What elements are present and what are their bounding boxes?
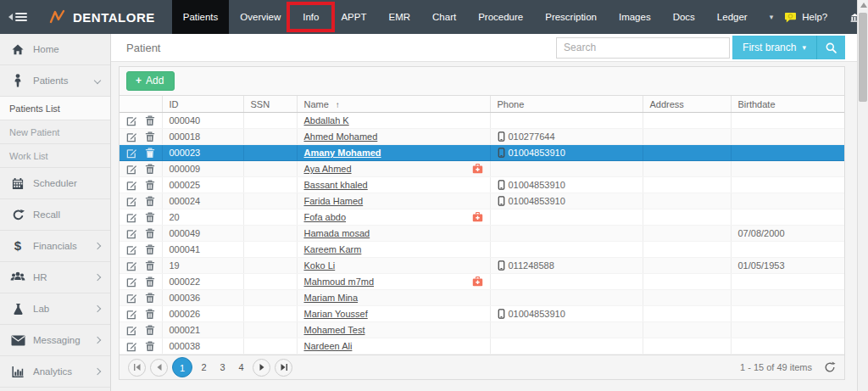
table-row[interactable]: 000022Mahmoud m7md xyxy=(120,274,844,290)
scrollbar-thumb[interactable] xyxy=(859,13,867,102)
edit-icon[interactable] xyxy=(126,131,137,142)
page-number-3[interactable]: 3 xyxy=(215,362,230,372)
nav-tab-prescription[interactable]: Prescription xyxy=(534,0,608,34)
edit-icon[interactable] xyxy=(126,293,137,304)
column-header-address[interactable]: Address xyxy=(643,96,731,113)
sidebar-item-patients[interactable]: Patients xyxy=(0,65,110,97)
first-page-button[interactable] xyxy=(128,359,146,377)
trash-icon[interactable] xyxy=(145,148,155,159)
edit-icon[interactable] xyxy=(126,244,137,255)
patient-name-link[interactable]: Ahmed Mohamed xyxy=(304,131,378,142)
sidebar-collapse-button[interactable] xyxy=(0,0,37,34)
sidebar-item-financials[interactable]: $Financials xyxy=(0,231,110,262)
nav-tab-overview[interactable]: Overview xyxy=(229,0,292,34)
edit-icon[interactable] xyxy=(126,341,137,352)
table-row[interactable]: 000040Abdallah K xyxy=(120,113,844,129)
nav-tab-procedure[interactable]: Procedure xyxy=(467,0,534,34)
edit-icon[interactable] xyxy=(126,325,137,336)
edit-icon[interactable] xyxy=(126,148,137,159)
page-number-4[interactable]: 4 xyxy=(234,362,248,372)
trash-icon[interactable] xyxy=(145,293,155,304)
trash-icon[interactable] xyxy=(145,164,155,175)
nav-tab-emr[interactable]: EMR xyxy=(377,0,421,34)
nav-tab-images[interactable]: Images xyxy=(608,0,662,34)
edit-icon[interactable] xyxy=(126,196,137,207)
trash-icon[interactable] xyxy=(145,131,155,142)
trash-icon[interactable] xyxy=(145,228,155,239)
trash-icon[interactable] xyxy=(145,212,155,223)
search-button[interactable] xyxy=(816,36,845,59)
sidebar-item-recall[interactable]: Recall xyxy=(0,199,110,231)
table-row[interactable]: 000026Marian Youssef01004853910 xyxy=(120,306,844,322)
table-row[interactable]: 000049Hamada mosad07/08/2000 xyxy=(120,226,844,242)
trash-icon[interactable] xyxy=(145,180,155,191)
page-number-1[interactable]: 1 xyxy=(172,357,192,377)
table-row[interactable]: 000025Bassant khaled01004853910 xyxy=(120,177,844,193)
edit-icon[interactable] xyxy=(126,309,137,320)
help-button[interactable]: Help? xyxy=(784,12,827,23)
edit-icon[interactable] xyxy=(126,180,137,191)
table-row[interactable]: 000021Mohamed Test xyxy=(120,322,844,338)
refresh-button[interactable] xyxy=(824,361,836,373)
trash-icon[interactable] xyxy=(145,276,155,288)
table-row[interactable]: 000018Ahmed Mohamed010277644 xyxy=(120,129,844,145)
edit-icon[interactable] xyxy=(126,228,137,239)
nav-tab-patients[interactable]: Patients xyxy=(172,0,230,34)
column-header-phone[interactable]: Phone xyxy=(490,96,643,113)
trash-icon[interactable] xyxy=(145,244,155,255)
prev-page-button[interactable] xyxy=(150,359,168,377)
table-row[interactable]: 000041Kareem Karm xyxy=(120,242,844,258)
patient-name-link[interactable]: Amany Mohamed xyxy=(304,148,381,158)
next-page-button[interactable] xyxy=(253,359,270,377)
edit-icon[interactable] xyxy=(126,276,137,288)
patient-name-link[interactable]: Kareem Karm xyxy=(304,244,362,254)
column-header-ssn[interactable]: SSN xyxy=(243,96,297,113)
trash-icon[interactable] xyxy=(145,196,155,207)
scroll-up-icon[interactable] xyxy=(860,3,867,8)
column-header-birthdate[interactable]: Birthdate xyxy=(731,96,844,113)
table-row[interactable]: 20Fofa abdo xyxy=(120,209,844,226)
nav-tab-info[interactable]: Info xyxy=(292,0,330,34)
patient-name-link[interactable]: Mahmoud m7md xyxy=(304,276,375,287)
branch-filter-button[interactable]: First branch ▾ xyxy=(732,36,816,59)
table-row[interactable]: 000036Mariam Mina xyxy=(120,290,844,306)
table-row[interactable]: 000024Farida Hamed01004853910 xyxy=(120,193,844,209)
nav-tab-appt[interactable]: APPT xyxy=(330,0,377,34)
page-number-2[interactable]: 2 xyxy=(197,362,211,372)
patient-name-link[interactable]: Bassant khaled xyxy=(304,180,368,190)
sidebar-item-patients-list[interactable]: Patients List xyxy=(0,97,110,120)
patient-name-link[interactable]: Abdallah K xyxy=(304,115,349,126)
patient-name-link[interactable]: Mariam Mina xyxy=(304,293,359,303)
edit-icon[interactable] xyxy=(126,164,137,175)
table-row[interactable]: 000023Amany Mohamed01004853910 xyxy=(120,145,844,161)
search-input[interactable] xyxy=(556,37,730,59)
last-page-button[interactable] xyxy=(275,359,292,377)
column-header-id[interactable]: ID xyxy=(162,96,243,113)
edit-icon[interactable] xyxy=(126,212,137,223)
table-row[interactable]: 000038Nardeen Ali xyxy=(120,338,844,355)
patient-name-link[interactable]: Farida Hamed xyxy=(304,196,364,206)
nav-tab-ledger[interactable]: Ledger xyxy=(706,0,759,34)
patient-name-link[interactable]: Aya Ahmed xyxy=(304,164,352,174)
table-row[interactable]: 000009Aya Ahmed xyxy=(120,161,844,177)
trash-icon[interactable] xyxy=(145,341,155,352)
page-scrollbar[interactable] xyxy=(857,0,868,391)
nav-tab-chart[interactable]: Chart xyxy=(421,0,467,34)
column-header-name[interactable]: Name↑ xyxy=(297,96,490,113)
table-row[interactable]: 19Koko Li01124858801/05/1953 xyxy=(120,258,844,274)
sidebar-item-work-list[interactable]: Work List xyxy=(0,144,110,168)
patient-name-link[interactable]: Nardeen Ali xyxy=(304,341,353,351)
nav-tab-docs[interactable]: Docs xyxy=(662,0,706,34)
trash-icon[interactable] xyxy=(145,325,155,336)
trash-icon[interactable] xyxy=(145,115,155,126)
nav-tab-more[interactable]: ▾ xyxy=(759,0,785,34)
trash-icon[interactable] xyxy=(145,260,155,271)
patient-name-link[interactable]: Marian Youssef xyxy=(304,309,368,319)
patient-name-link[interactable]: Hamada mosad xyxy=(304,228,370,238)
edit-icon[interactable] xyxy=(126,115,137,126)
sidebar-item-lab[interactable]: Lab xyxy=(0,293,110,325)
trash-icon[interactable] xyxy=(145,309,155,320)
patient-name-link[interactable]: Mohamed Test xyxy=(304,325,365,335)
add-patient-button[interactable]: + Add xyxy=(126,71,175,91)
sidebar-item-analytics[interactable]: Analytics xyxy=(0,356,110,388)
